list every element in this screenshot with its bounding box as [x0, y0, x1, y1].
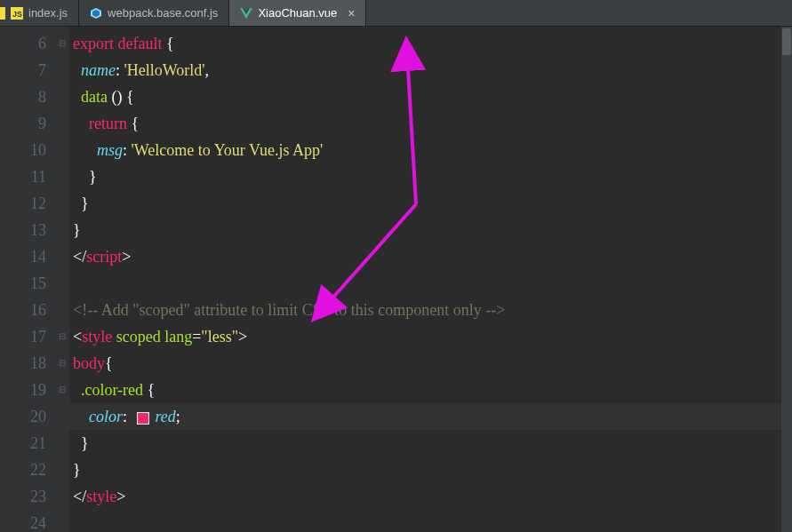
js-badge-fragment: [0, 7, 5, 20]
fold-icon[interactable]: ⊟: [55, 377, 69, 403]
punct: }: [73, 221, 81, 239]
selector: .color-red: [81, 381, 143, 399]
scrollbar-thumb[interactable]: [782, 28, 791, 55]
fold-column: ⊟⊟⊟⊟: [55, 27, 69, 532]
vue-icon: [240, 7, 252, 20]
tab-label: index.js: [28, 6, 68, 20]
tag: style: [82, 328, 112, 345]
svg-text:JS: JS: [12, 10, 22, 19]
punct: >: [116, 488, 125, 505]
string: "less": [201, 328, 238, 345]
scrollbar-track[interactable]: [781, 27, 792, 532]
tab-webpack-conf[interactable]: webpack.base.conf.js: [79, 0, 229, 26]
punct: }: [89, 168, 97, 186]
fold-icon[interactable]: ⊟: [55, 30, 69, 57]
css-value: red: [156, 408, 176, 425]
punct: {: [143, 381, 155, 399]
punct: {: [126, 88, 134, 106]
attr: lang: [161, 328, 193, 345]
tag: script: [86, 248, 122, 266]
punct: ;: [176, 408, 180, 425]
punct: }: [73, 461, 81, 479]
punct: {: [162, 35, 173, 52]
string: 'HelloWorld': [124, 61, 205, 79]
keyword: return: [89, 115, 127, 132]
selector: body: [73, 354, 105, 372]
comment: <!-- Add "scoped" attribute to limit CSS…: [73, 301, 505, 319]
punct: </: [73, 488, 86, 505]
method: data: [81, 88, 108, 106]
string: 'Welcome to Your Vue.js App': [132, 141, 324, 159]
punct: <: [73, 328, 82, 345]
code-editor[interactable]: 6789101112131415161718192021222324 ⊟⊟⊟⊟ …: [0, 27, 792, 532]
tab-label: XiaoChuan.vue: [258, 6, 337, 20]
tag: style: [86, 488, 116, 505]
color-swatch-icon[interactable]: [137, 412, 149, 425]
punct: {: [105, 354, 113, 372]
tab-xiaochuan-vue[interactable]: XiaoChuan.vue ×: [229, 0, 366, 26]
code-content[interactable]: export default { name: 'HelloWorld', dat…: [69, 27, 792, 532]
attr: scoped: [112, 328, 160, 345]
punct: ,: [205, 61, 210, 79]
css-property: color: [89, 408, 123, 425]
punct: (): [108, 88, 126, 106]
tab-label: webpack.base.conf.js: [108, 6, 218, 20]
keyword: export: [73, 35, 114, 52]
punct: }: [81, 434, 89, 452]
close-icon[interactable]: ×: [348, 6, 355, 20]
punct: >: [122, 248, 131, 266]
punct: :: [116, 61, 124, 79]
property: msg: [97, 141, 123, 159]
punct: =: [192, 328, 201, 345]
punct: >: [238, 328, 247, 345]
fold-icon[interactable]: ⊟: [55, 350, 69, 377]
punct: :: [123, 141, 132, 159]
punct: </: [73, 248, 86, 266]
property: name: [81, 61, 116, 79]
fold-icon[interactable]: ⊟: [55, 323, 69, 350]
line-number-gutter: 6789101112131415161718192021222324: [0, 27, 55, 532]
punct: }: [81, 195, 89, 212]
js-icon: JS: [11, 7, 23, 20]
keyword: default: [117, 35, 162, 52]
tab-index-js[interactable]: JS index.js: [0, 0, 79, 26]
tab-bar: JS index.js webpack.base.conf.js XiaoChu…: [0, 0, 792, 27]
punct: :: [123, 408, 135, 425]
webpack-icon: [90, 7, 102, 20]
punct: {: [127, 115, 139, 132]
